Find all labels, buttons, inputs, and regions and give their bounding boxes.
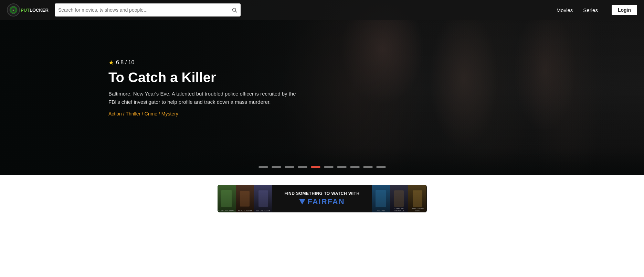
ad-tagline: FIND SOMETHING TO WATCH WITH [284,191,359,196]
genre-action[interactable]: Action [108,111,122,117]
hero-description: Baltimore. New Year's Eve. A talented bu… [108,90,308,106]
hero-section: ★ 6.8 / 10 To Catch a Killer Baltimore. … [0,0,644,175]
login-button[interactable]: Login [612,5,637,15]
slide-dot-9[interactable] [363,166,373,168]
genre-thriller[interactable]: Thriller [126,111,140,117]
header: P PUTLOCKER Movies Series Login [0,0,644,20]
ad-banner[interactable]: YELLOWSTONE BLACK ADAM WEDNESDAY FIND SO… [218,185,427,212]
slide-dot-5[interactable] [311,166,320,168]
ad-poster-label-got: GAME OF THRONES [390,208,408,212]
hero-content: ★ 6.8 / 10 To Catch a Killer Baltimore. … [108,59,308,117]
ad-poster-wednesday: WEDNESDAY [254,185,272,212]
ad-poster-avatar: AVATAR [372,185,390,212]
slide-dot-10[interactable] [376,166,386,168]
logo-text: PUTLOCKER [21,8,49,13]
main-nav: Movies Series [557,7,598,13]
search-input[interactable] [58,7,232,13]
ad-posters-left: YELLOWSTONE BLACK ADAM WEDNESDAY [218,185,273,212]
genre-sep-3: / [159,111,161,117]
ad-poster-got: GAME OF THRONES [390,185,408,212]
hero-genres: Action / Thriller / Crime / Mystery [108,111,308,117]
slide-dot-1[interactable] [258,166,268,168]
svg-line-4 [235,11,237,12]
hero-title[interactable]: To Catch a Killer [108,70,308,85]
ad-logo-icon [299,199,305,204]
hero-rating: ★ 6.8 / 10 [108,59,308,66]
slide-dot-6[interactable] [324,166,334,168]
nav-series[interactable]: Series [583,7,598,13]
genre-crime[interactable]: Crime [145,111,157,117]
rating-value: 6.8 / 10 [116,59,134,66]
search-button[interactable] [232,7,237,13]
slide-dot-3[interactable] [285,166,294,168]
ad-logo: FAIRFAN [299,197,345,206]
ad-section: YELLOWSTONE BLACK ADAM WEDNESDAY FIND SO… [0,175,644,219]
ad-poster-blackadam: BLACK ADAM [236,185,254,212]
slide-dot-4[interactable] [298,166,307,168]
ad-posters-right: AVATAR GAME OF THRONES DUNE: PART TWO [372,185,427,212]
ad-poster-label-dune: DUNE: PART TWO [408,208,426,212]
search-bar [55,3,241,16]
ad-poster-label-blackadam: BLACK ADAM [236,210,254,212]
ad-poster-label-yellowstone: YELLOWSTONE [218,210,236,212]
ad-poster-yellowstone: YELLOWSTONE [218,185,236,212]
hero-bottom-fade [0,148,644,175]
svg-text:P: P [12,9,14,12]
slide-dot-8[interactable] [350,166,360,168]
nav-movies[interactable]: Movies [557,7,573,13]
slider-dots [258,166,386,168]
ad-poster-label-avatar: AVATAR [372,210,390,212]
ad-center: FIND SOMETHING TO WATCH WITH FAIRFAN [273,185,372,212]
genre-sep-2: / [142,111,145,117]
ad-poster-label-wednesday: WEDNESDAY [254,210,272,212]
ad-poster-dune: DUNE: PART TWO [408,185,426,212]
slide-dot-7[interactable] [337,166,347,168]
star-icon: ★ [108,59,114,66]
ad-logo-text: FAIRFAN [307,197,345,206]
genre-mystery[interactable]: Mystery [161,111,178,117]
logo[interactable]: P PUTLOCKER [7,3,49,16]
logo-icon: P [7,3,20,16]
slide-dot-2[interactable] [272,166,281,168]
